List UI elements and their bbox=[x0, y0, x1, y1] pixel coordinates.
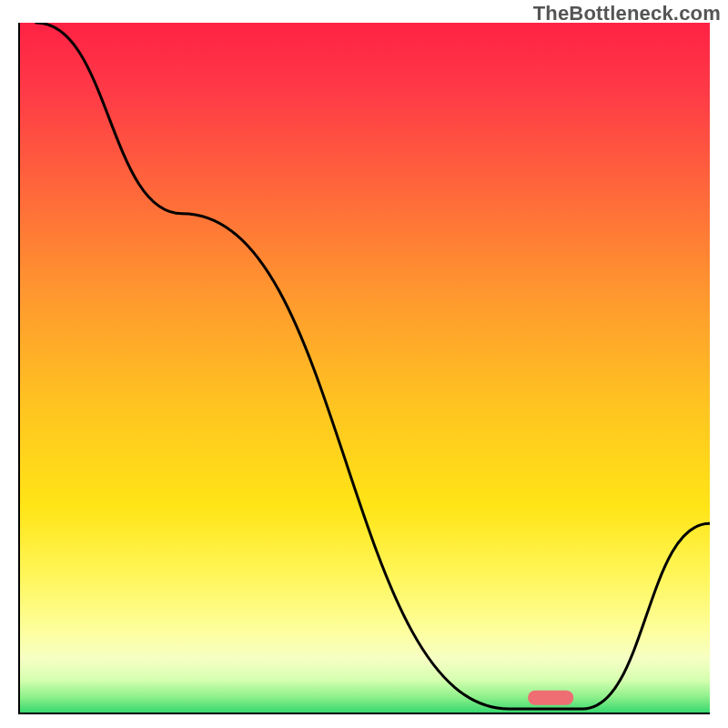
plot-area bbox=[18, 23, 710, 714]
chart-svg bbox=[18, 23, 710, 714]
gradient-background bbox=[18, 23, 710, 714]
watermark-text: TheBottleneck.com bbox=[533, 2, 721, 25]
optimal-range-marker bbox=[528, 691, 573, 705]
bottleneck-chart: TheBottleneck.com bbox=[0, 0, 728, 728]
